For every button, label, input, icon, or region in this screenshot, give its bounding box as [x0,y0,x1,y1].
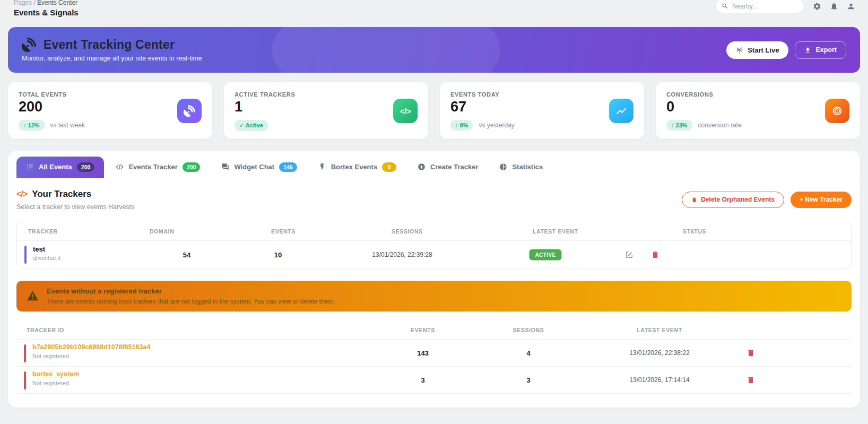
download-icon [804,47,811,54]
stat-label: ACTIVE TRACKERS [235,91,295,98]
orphan-tracker-id[interactable]: b7a2905b29b109c6988d1078f65163a4 [32,343,150,351]
tab-create-tracker[interactable]: Create Tracker [408,157,488,178]
delete-orphaned-label: Delete Orphaned Events [701,196,775,203]
col-events: EVENTS [411,327,435,333]
target-icon [825,99,849,123]
stat-trend-badge: ↑ 12% [19,120,45,131]
col-sessions: SESSIONS [513,327,544,333]
stat-value: 0 [666,99,742,115]
line-chart-icon [609,99,633,123]
trash-icon[interactable] [747,376,755,384]
orphan-latest: 13/01/2026, 22:38:22 [629,349,689,357]
orphan-warning-banner: Events without a registered tracker Ther… [16,281,852,311]
bolt-icon [318,163,326,171]
tracker-sessions: 10 [274,250,282,258]
trash-icon[interactable] [651,250,659,259]
stat-card-total-events: TOTAL EVENTS 200 ↑ 12% vs last week [8,82,212,139]
list-icon [26,163,34,171]
delete-orphaned-button[interactable]: Delete Orphaned Events [682,192,784,208]
tab-label: All Events [39,163,72,171]
trash-icon [691,197,697,203]
warning-icon [27,290,39,302]
stat-note: conversion rate [698,122,742,129]
orphan-note: Not registered [32,353,150,359]
gear-icon[interactable] [813,2,821,11]
top-bar: Pages / Events Center Events & Signals [0,0,868,19]
stat-card-conversions: CONVERSIONS 0 ↑ 23% conversion rate [656,82,860,139]
table-row[interactable]: test qlivechat.it 54 10 13/01/2026, 22:3… [17,241,851,269]
page: Pages / Events Center Events & Signals E… [0,0,868,424]
stat-label: CONVERSIONS [666,91,742,98]
col-sessions: SESSIONS [392,228,423,235]
orphan-sessions: 3 [526,376,530,384]
stat-trend-badge: ↑ 8% [450,120,473,131]
table-row[interactable]: bortex_system Not registered 3 3 13/01/2… [16,367,852,394]
code-icon: </> [393,99,418,123]
breadcrumb-separator: / [33,0,35,6]
trackers-section-header: </> Your Trackers Select a tracker to vi… [8,178,860,211]
tab-all-events[interactable]: All Events 200 [16,157,104,178]
broadcast-icon [736,46,743,54]
breadcrumb: Pages / Events Center [14,0,79,6]
stat-cards: TOTAL EVENTS 200 ↑ 12% vs last week ACTI… [8,82,860,139]
tab-count-badge: 200 [183,162,201,172]
stat-value: 200 [19,99,85,115]
export-button[interactable]: Export [795,41,846,59]
tab-count-badge: 0 [382,162,396,172]
tab-label: Bortex Events [331,163,377,171]
export-label: Export [815,46,837,54]
topbar-actions [715,0,855,13]
tab-statistics[interactable]: Statistics [490,157,552,178]
trackers-table-header: TRACKER DOMAIN EVENTS SESSIONS LATEST EV… [17,221,851,241]
tracker-domain: qlivechat.it [33,255,60,261]
row-accent-bar [24,371,26,390]
tracker-name: test [33,245,60,253]
orphan-sessions: 4 [526,349,530,357]
breadcrumb-current[interactable]: Events Center [37,0,77,6]
tab-count-badge: 146 [279,162,297,172]
col-domain: DOMAIN [150,228,174,235]
stat-note: vs yesterday [479,122,514,129]
tab-label: Create Tracker [430,163,478,171]
col-tracker-id: TRACKER ID [27,327,64,333]
tab-bar: All Events 200 Events Tracker 200 Widget… [8,151,860,178]
hero-subtitle: Monitor, analyze, and manage all your si… [22,55,202,62]
stat-card-events-today: EVENTS TODAY 67 ↑ 8% vs yesterday [440,82,644,139]
search-input[interactable] [732,3,798,10]
tab-widget-chat[interactable]: Widget Chat 146 [212,157,306,178]
orphans-table: TRACKER ID EVENTS SESSIONS LATEST EVENT … [16,322,852,394]
new-tracker-button[interactable]: + New Tracker [791,192,852,208]
user-icon[interactable] [847,2,855,11]
tab-label: Statistics [512,163,543,171]
main-panel: All Events 200 Events Tracker 200 Widget… [8,151,860,408]
bell-icon[interactable] [830,2,838,11]
orphan-tracker-id[interactable]: bortex_system [32,370,79,378]
orphan-events: 143 [417,349,429,357]
breadcrumb-root[interactable]: Pages [14,0,32,6]
hero-title: Event Tracking Center [44,38,175,52]
table-row[interactable]: b7a2905b29b109c6988d1078f65163a4 Not reg… [16,340,852,367]
hero-banner: Event Tracking Center Monitor, analyze, … [8,27,860,73]
row-accent-bar [24,344,26,362]
code-icon [116,163,124,171]
orphan-events: 3 [421,376,424,384]
tab-events-tracker[interactable]: Events Tracker 200 [106,157,210,178]
orphan-latest: 13/01/2026, 17:14:14 [629,376,689,384]
search-box[interactable] [715,0,804,13]
start-live-button[interactable]: Start Live [726,41,788,59]
stat-value: 67 [450,99,515,115]
section-subtitle: Select a tracker to view events Harvests [16,203,134,211]
col-tracker: TRACKER [28,228,58,235]
start-live-label: Start Live [748,46,779,54]
tab-label: Widget Chat [234,163,274,171]
tab-bortex-events[interactable]: Bortex Events 0 [309,157,406,178]
tab-label: Events Tracker [128,163,178,171]
tracker-events: 54 [183,250,190,258]
edit-icon[interactable] [625,250,633,259]
tracker-latest: 13/01/2026, 22:39:28 [372,251,432,258]
stat-value: 1 [235,99,295,115]
stat-trend-badge: ↑ 23% [666,120,692,131]
trash-icon[interactable] [747,349,755,357]
trackers-table: TRACKER DOMAIN EVENTS SESSIONS LATEST EV… [16,221,852,269]
col-events: EVENTS [271,228,296,235]
